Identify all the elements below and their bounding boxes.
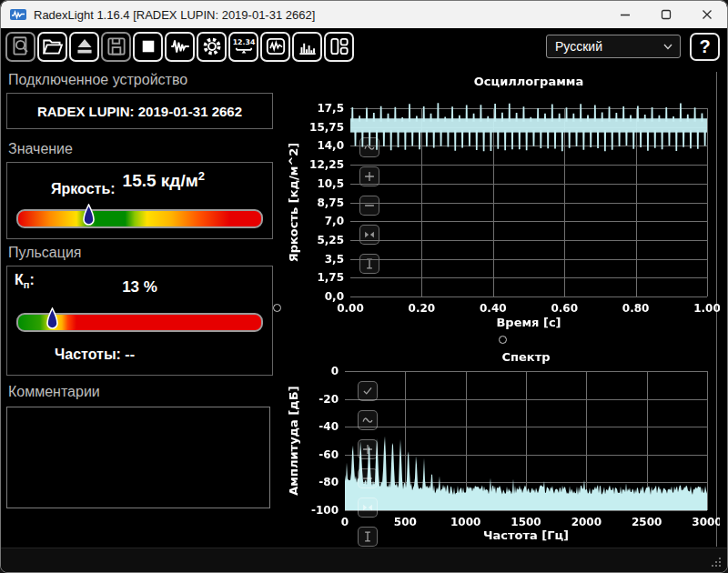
left-panel: Подключенное устройство RADEX LUPIN: 201… (6, 65, 273, 512)
minus-icon (359, 470, 376, 487)
comments-input[interactable] (6, 407, 270, 508)
language-select[interactable]: Русский (546, 35, 681, 58)
spectrum-chart[interactable] (283, 328, 720, 551)
pulsation-box: Кп: 13 % Частоты: -- (6, 266, 273, 376)
pulsation-marker-icon (46, 307, 58, 331)
scan-device-button[interactable] (5, 32, 35, 62)
brightness-scale-bar (16, 209, 263, 228)
open-folder-icon (41, 35, 65, 58)
device-name: RADEX LUPIN: 2019-01-31 2662 (37, 104, 242, 119)
split-layout-view-button[interactable] (324, 32, 354, 62)
digital-display-icon: 12.34 (232, 35, 256, 58)
frequencies-readout: Частоты: -- (55, 347, 135, 363)
waveform-icon (168, 35, 192, 58)
kp-value: 13 % (7, 278, 272, 297)
numeric-display-mode-button[interactable]: 12.34 (228, 32, 258, 62)
comments-section-label: Комментарии (8, 384, 273, 400)
titlebar: RadexLight 1.16.4 [RADEX LUPIN: 2019-01-… (1, 1, 727, 28)
waveform-mode-button[interactable] (165, 32, 195, 62)
app-logo-icon (10, 8, 26, 21)
eject-icon (73, 35, 96, 58)
brightness-value: 15.5 кд/м2 (123, 169, 205, 191)
gear-icon (200, 35, 224, 58)
toolbar: 12.34 Русский ? (1, 28, 727, 65)
floppy-save-icon (105, 35, 128, 58)
ibeam-icon (359, 528, 376, 545)
spectrum-wave-style-button[interactable] (358, 410, 378, 430)
app-window: RadexLight 1.16.4 [RADEX LUPIN: 2019-01-… (0, 0, 728, 573)
settings-button[interactable] (197, 32, 227, 62)
spectrum-fit-view-button[interactable] (358, 498, 378, 518)
bar-chart-icon (296, 35, 319, 58)
spectrum-autoscale-button[interactable] (358, 381, 378, 401)
brightness-readout: Яркость: 15.5 кд/м2 (7, 176, 272, 197)
statusbar (1, 548, 727, 572)
oscillogram-chart[interactable] (283, 69, 720, 333)
wave-box-icon (359, 412, 376, 428)
spectrum-zoom-in-button[interactable] (358, 439, 378, 459)
language-select-value: Русский (555, 39, 662, 54)
close-button[interactable] (686, 1, 727, 28)
value-section-label: Значение (8, 141, 273, 157)
plus-icon (359, 441, 376, 457)
svg-text:12.34: 12.34 (232, 38, 255, 46)
resize-grip-icon[interactable] (712, 558, 722, 568)
open-file-button[interactable] (37, 32, 67, 62)
window-controls (604, 1, 727, 28)
eject-device-button[interactable] (69, 32, 99, 62)
chevron-down-icon (662, 40, 674, 53)
brightness-marker-icon (83, 204, 95, 227)
window-title: RadexLight 1.16.4 [RADEX LUPIN: 2019-01-… (34, 8, 604, 22)
stop-measurement-button[interactable] (133, 32, 163, 62)
magnifier-document-icon (9, 35, 33, 58)
save-file-button[interactable] (101, 32, 131, 62)
kp-label: Кп: (15, 272, 35, 290)
pulsation-scale-bar (16, 313, 263, 332)
maximize-button[interactable] (645, 1, 686, 28)
check-box-icon (359, 383, 376, 399)
stop-square-icon (136, 35, 160, 58)
spectrum-cursor-button[interactable] (358, 527, 378, 547)
brightness-label: Яркость: (51, 181, 116, 197)
panel-splitter-handle[interactable] (273, 304, 281, 312)
spectrum-view-button[interactable] (292, 32, 322, 62)
brightness-value-box: Яркость: 15.5 кд/м2 (6, 162, 273, 239)
fit-arrows-icon (359, 499, 376, 516)
oscillogram-view-button[interactable] (260, 32, 290, 62)
device-name-box: RADEX LUPIN: 2019-01-31 2662 (6, 93, 273, 129)
split-layout-icon (328, 35, 351, 58)
spectrum-zoom-out-button[interactable] (358, 468, 378, 488)
minimize-button[interactable] (604, 1, 645, 28)
chart-splitter-handle[interactable] (499, 336, 507, 344)
help-button[interactable]: ? (690, 33, 720, 61)
device-section-label: Подключенное устройство (8, 72, 273, 88)
line-chart-icon (264, 35, 288, 58)
pulsation-section-label: Пульсация (8, 245, 273, 261)
